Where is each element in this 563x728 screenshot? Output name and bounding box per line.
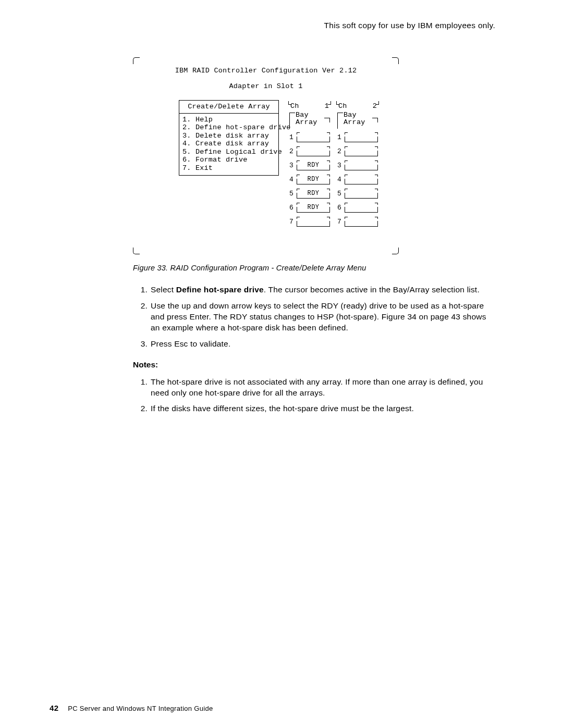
note-text: The hot-spare drive is not associated wi…: [151, 377, 495, 399]
bay-slot-row: 3RDY: [289, 158, 330, 170]
bay-slot-row: 6RDY: [289, 201, 330, 213]
bay-slot-row: 4RDY: [289, 172, 330, 184]
screen-title: IBM RAID Controller Configuration Ver 2.…: [133, 67, 399, 75]
bay-slot-row: 1: [289, 130, 330, 142]
bay-slot-row: 5RDY: [289, 187, 330, 199]
slot-status-box: RDY: [297, 204, 330, 213]
page-number: 42: [50, 704, 58, 712]
slot-number: 6: [289, 204, 295, 213]
channel-1-column: Ch 1 Bay Array 1 2 3RDY 4RDY 5RDY 6RDY 7: [289, 102, 330, 227]
slot-number: 2: [337, 148, 342, 156]
slot-status-box: RDY: [297, 190, 330, 199]
step-number: 3.: [133, 339, 151, 350]
bracket-icon: [337, 113, 343, 129]
note-text: If the disks have different sizes, the h…: [151, 403, 495, 414]
slot-number: 7: [337, 218, 342, 227]
channel-2-column: Ch 2 Bay Array 1 2 3 4 5 6 7: [337, 102, 378, 227]
note-item: 2. If the disks have different sizes, th…: [133, 403, 495, 414]
menu-item-exit: 7. Exit: [182, 164, 275, 172]
menu-item-format-drive: 6. Format drive: [182, 156, 275, 164]
bracket-icon: [289, 113, 295, 129]
slot-status-box: [345, 162, 378, 170]
channel-label: Ch: [290, 102, 299, 110]
step-bold: Define hot-spare drive: [176, 285, 264, 294]
step-post: . The cursor becomes active in the Bay/A…: [264, 285, 480, 294]
step-item: 3. Press Esc to validate.: [133, 339, 495, 350]
notes-heading: Notes:: [133, 360, 495, 369]
step-text: Select Define hot-spare drive. The curso…: [151, 285, 495, 295]
bay-slot-row: 7: [337, 215, 378, 227]
notch-icon: [328, 101, 331, 105]
step-pre: Select: [151, 285, 176, 294]
slot-number: 4: [289, 176, 295, 184]
slot-number: 7: [289, 218, 295, 227]
note-number: 2.: [133, 403, 151, 414]
bay-slot-row: 2: [337, 144, 378, 156]
confidentiality-note: This soft copy for use by IBM employees …: [50, 21, 495, 30]
slot-number: 2: [289, 148, 295, 156]
step-item: 1. Select Define hot-spare drive. The cu…: [133, 285, 495, 295]
array-label: Array: [296, 118, 317, 127]
slot-status-box: [345, 218, 378, 227]
bracket-icon: [372, 118, 378, 122]
caption-text: RAID Configuration Program - Create/Dele…: [170, 264, 366, 272]
menu-item-delete-array: 3. Delete disk array: [182, 132, 275, 140]
slot-status-box: RDY: [297, 176, 330, 184]
menu-item-define-logical: 5. Define Logical drive: [182, 148, 275, 156]
slot-status-box: RDY: [297, 162, 330, 170]
step-text: Press Esc to validate.: [151, 339, 495, 350]
frame-corner-icon: [392, 248, 399, 254]
slot-status-box: [345, 176, 378, 184]
slot-number: 6: [337, 204, 342, 213]
bracket-icon: [324, 118, 330, 122]
slot-number: 5: [337, 190, 342, 199]
slot-status-box: [297, 133, 330, 142]
raid-config-screen: IBM RAID Controller Configuration Ver 2.…: [133, 57, 399, 254]
menu-item-help: 1. Help: [182, 116, 275, 124]
slot-status-box: [345, 133, 378, 142]
frame-corner-icon: [133, 57, 140, 64]
slot-status-box: [345, 204, 378, 213]
frame-corner-icon: [133, 248, 140, 254]
screen-subtitle: Adapter in Slot 1: [133, 82, 399, 91]
menu-item-define-hotspare: 2. Define hot-spare drive: [182, 124, 275, 132]
slot-number: 3: [289, 162, 295, 170]
menu-item-create-array: 4. Create disk array: [182, 140, 275, 148]
slot-status-box: [345, 147, 378, 156]
slot-number: 1: [289, 134, 295, 142]
page-footer: 42 PC Server and Windows NT Integration …: [50, 704, 213, 712]
frame-corner-icon: [392, 57, 399, 64]
figure-caption: Figure 33. RAID Configuration Program - …: [133, 264, 495, 272]
notch-icon: [376, 101, 379, 105]
slot-number: 4: [337, 176, 342, 184]
bay-slot-row: 1: [337, 130, 378, 142]
note-item: 1. The hot-spare drive is not associated…: [133, 377, 495, 399]
array-label: Array: [344, 118, 365, 127]
bay-slot-row: 7: [289, 215, 330, 227]
step-text: Use the up and down arrow keys to select…: [151, 301, 495, 334]
steps-list: 1. Select Define hot-spare drive. The cu…: [133, 285, 495, 350]
step-number: 1.: [133, 285, 151, 295]
slot-status-box: [297, 147, 330, 156]
step-item: 2. Use the up and down arrow keys to sel…: [133, 301, 495, 334]
bay-slot-row: 5: [337, 187, 378, 199]
slot-number: 5: [289, 190, 295, 199]
slot-status-box: [345, 190, 378, 199]
slot-number: 3: [337, 162, 342, 170]
bay-slot-row: 2: [289, 144, 330, 156]
channel-label: Ch: [338, 102, 347, 110]
create-delete-menu: Create/Delete Array 1. Help 2. Define ho…: [179, 100, 279, 176]
bay-slot-row: 6: [337, 201, 378, 213]
note-number: 1.: [133, 377, 151, 399]
bay-slot-row: 4: [337, 172, 378, 184]
notes-list: 1. The hot-spare drive is not associated…: [133, 377, 495, 415]
bay-slot-row: 3: [337, 158, 378, 170]
footer-title: PC Server and Windows NT Integration Gui…: [68, 705, 213, 712]
caption-prefix: Figure 33.: [133, 264, 170, 272]
step-number: 2.: [133, 301, 151, 334]
slot-number: 1: [337, 134, 342, 142]
menu-title: Create/Delete Array: [179, 101, 278, 114]
slot-status-box: [297, 218, 330, 227]
